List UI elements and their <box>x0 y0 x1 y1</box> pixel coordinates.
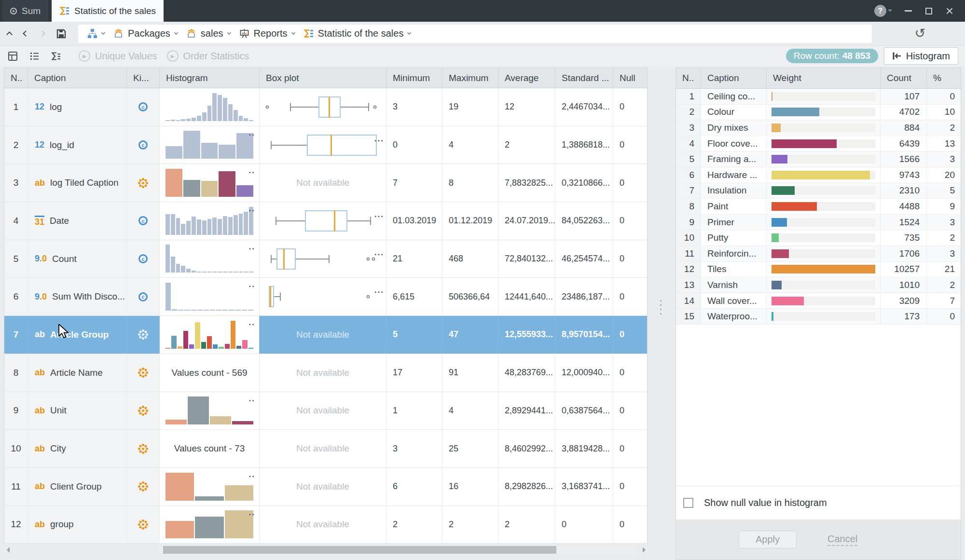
weight-bar-track <box>772 265 875 273</box>
breadcrumb-sales[interactable]: sales <box>182 28 235 39</box>
stats-table-row[interactable]: 9abUnit..Not available142,8929441...0,63… <box>4 392 647 430</box>
column-caption: Article Group <box>50 329 109 340</box>
scroll-left-arrow[interactable] <box>7 547 10 553</box>
caption-cell: abUnit <box>28 392 127 430</box>
group-caption: Dry mixes <box>701 120 767 136</box>
data-type-icon: ab <box>35 178 45 188</box>
panel-splitter-handle[interactable] <box>658 294 663 321</box>
histogram-panel-row[interactable]: 7Insulation23105 <box>676 183 961 199</box>
stats-table-row[interactable]: 7abArticle Group..Not available54712,555… <box>4 316 647 354</box>
sigma-report-icon <box>303 28 314 39</box>
histogram-panel-row[interactable]: 8Paint44889 <box>676 199 961 215</box>
weight-cell <box>767 120 881 136</box>
close-button[interactable]: × <box>946 6 953 16</box>
apply-button[interactable]: Apply <box>739 531 797 548</box>
histogram-panel-row[interactable]: 11Reinforcin...17063 <box>676 246 961 262</box>
tab-sum[interactable]: Sum <box>2 0 48 22</box>
play-icon: ▶ <box>79 50 90 62</box>
histogram-bar <box>242 340 247 349</box>
stats-table-row[interactable]: 69.0Sum With Disco...c.....6,615506366,6… <box>4 278 647 316</box>
histogram-panel-row[interactable]: 12Tiles1025721 <box>676 262 961 278</box>
stats-table-row[interactable]: 11abClient Group..Not available6168,2982… <box>4 468 647 506</box>
maximum-value: 91 <box>442 354 498 392</box>
sigma-icon[interactable] <box>51 51 61 61</box>
help-button[interactable]: ? <box>874 5 891 17</box>
histogram-panel-row[interactable]: 5Framing a...15663 <box>676 151 961 167</box>
tab-statistic-of-the-sales[interactable]: Statistic of the sales <box>52 0 164 22</box>
box-whisker <box>296 259 329 260</box>
stats-table-row[interactable]: 10abCityValues count - 73Not available32… <box>4 430 647 468</box>
weight-cell <box>767 277 881 293</box>
histogram-panel-row[interactable]: 15Waterproo...1730 <box>676 309 961 325</box>
stats-table-row[interactable]: 3ablog Tiled Caption..Not available787,8… <box>4 164 647 202</box>
scrollbar-thumb[interactable] <box>163 546 556 554</box>
not-available-label: Not available <box>260 329 386 340</box>
forward-button[interactable] <box>39 30 45 37</box>
breadcrumb-statistic-of-the-sales[interactable]: Statistic of the sales <box>299 28 415 39</box>
show-null-checkbox[interactable] <box>683 498 693 508</box>
column-header-standard-deviation: Standard ... <box>555 68 613 88</box>
average-value: 2 <box>498 126 555 164</box>
histogram-panel-row[interactable]: 2Colour470210 <box>676 105 961 121</box>
discrete-kind-icon <box>142 485 144 488</box>
histogram-panel-row[interactable]: 10Putty7352 <box>676 230 961 246</box>
row-number: 9 <box>676 215 701 230</box>
group-caption: Waterproo... <box>701 309 767 324</box>
scroll-right-arrow[interactable] <box>643 547 646 553</box>
list-icon[interactable] <box>29 51 40 61</box>
main-toolbar: Packages sales Reports <box>0 22 965 45</box>
average-value: 12,555933... <box>498 316 555 354</box>
titlebar: Sum Statistic of the sales ? × <box>0 0 965 22</box>
back-button[interactable] <box>23 30 29 37</box>
histogram-panel-row[interactable]: 6Hardware ...974320 <box>676 167 961 183</box>
weight-cell <box>767 151 881 167</box>
histogram-panel-row[interactable]: 14Wall cover...32097 <box>676 293 961 309</box>
average-value: 2 <box>498 506 555 544</box>
save-icon[interactable] <box>56 29 66 39</box>
stats-table-row[interactable]: 12abgroup..Not available22200 <box>4 506 647 544</box>
stats-table-row[interactable]: 8abArticle NameValues count - 569Not ava… <box>4 354 647 392</box>
up-button[interactable] <box>6 31 13 38</box>
histogram-bar <box>165 146 182 159</box>
truncated-indicator: ... <box>374 134 384 144</box>
stats-table-row[interactable]: 431Datec.....01.03.201901.12.201924.07.2… <box>4 202 647 240</box>
weight-bar-track <box>772 139 875 148</box>
percent-value: 9 <box>927 199 961 214</box>
histogram-bar <box>176 264 180 273</box>
kind-cell: c <box>127 278 160 315</box>
box-median <box>270 286 271 307</box>
data-grid-icon[interactable] <box>8 51 18 61</box>
minimize-button[interactable] <box>905 10 912 12</box>
count-value: 3209 <box>881 293 927 309</box>
order-statistics-button[interactable]: ▶ Order Statistics <box>167 50 249 62</box>
statistics-table: N.. Caption Ki... Histogram Box plot Min… <box>4 68 648 556</box>
cancel-button[interactable]: Cancel <box>827 533 857 546</box>
histogram-bar <box>181 266 185 273</box>
histogram-chart <box>160 392 259 430</box>
histogram-bar <box>212 272 217 273</box>
breadcrumb-reports[interactable]: Reports <box>235 28 299 39</box>
histogram-panel-row[interactable]: 4Floor cove...643913 <box>676 136 961 152</box>
stats-table-row[interactable]: 59.0Countc.....2146872,840132...46,25457… <box>4 240 647 278</box>
histogram-bar <box>234 215 238 235</box>
truncated-indicator: .. <box>249 128 255 138</box>
breadcrumb-tree-dropdown[interactable] <box>83 28 109 39</box>
histogram-toggle-button[interactable]: Histogram <box>884 47 958 65</box>
histogram-panel-row[interactable]: 1Ceiling co...1070 <box>676 89 961 105</box>
stats-table-row[interactable]: 112logc319122,4467034...0 <box>4 88 647 126</box>
boxplot-cell: Not available <box>260 354 386 392</box>
unique-values-button[interactable]: ▶ Unique Values <box>79 50 157 62</box>
histogram-panel-row[interactable]: 13Varnish10102 <box>676 277 961 293</box>
weight-bar <box>772 249 789 258</box>
stats-table-row[interactable]: 212log_idc.....0421,3886818...0 <box>4 126 647 164</box>
refresh-icon[interactable]: ↺ <box>914 27 925 40</box>
histogram-panel-row[interactable]: 3Dry mixes8842 <box>676 120 961 136</box>
column-caption: log Tiled Caption <box>50 178 119 188</box>
data-type-icon: ab <box>35 329 45 340</box>
maximize-button[interactable] <box>925 8 932 14</box>
histogram-panel-row[interactable]: 9Primer15243 <box>676 215 961 231</box>
histogram-bar <box>239 214 243 235</box>
row-number: 7 <box>4 316 28 354</box>
kind-cell <box>127 468 160 505</box>
breadcrumb-packages[interactable]: Packages <box>109 28 182 39</box>
